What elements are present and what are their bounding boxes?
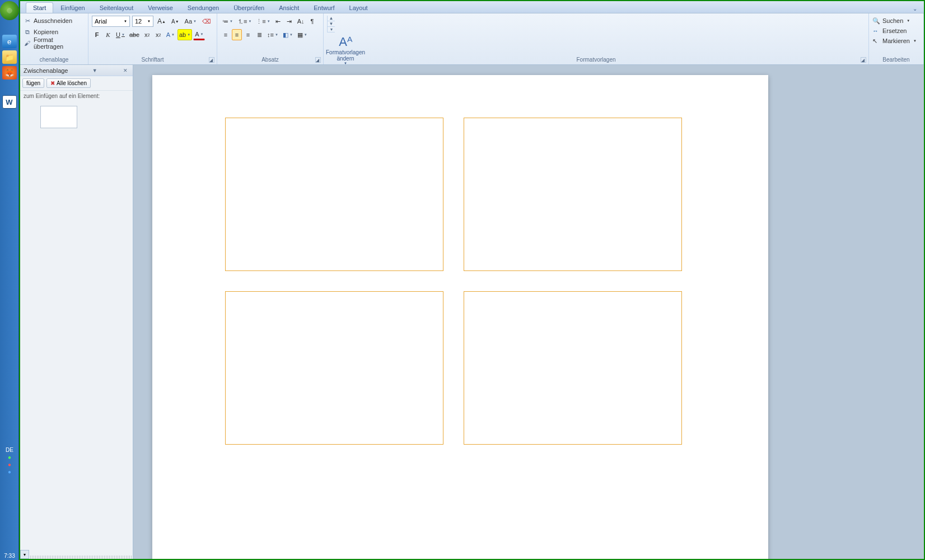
- ribbon-minimize-icon[interactable]: ⌄: [910, 4, 919, 13]
- windows-taskbar: e 📁 🦊 W DE ● ● ● 7:33: [0, 0, 19, 560]
- tab-überprüfen[interactable]: Überprüfen: [226, 2, 272, 13]
- brush-icon: 🖌: [24, 40, 31, 46]
- tab-start[interactable]: Start: [26, 2, 53, 13]
- group-title-font: Schriftart: [88, 57, 217, 64]
- cursor-icon: ↖: [872, 38, 880, 45]
- borders-button[interactable]: ▦▼: [296, 29, 309, 40]
- pane-close-icon[interactable]: ✕: [122, 68, 129, 73]
- clear-formatting-button[interactable]: ⌫: [200, 16, 213, 27]
- underline-button[interactable]: U▼: [114, 29, 127, 40]
- numbering-button[interactable]: ⒈≡▼: [236, 16, 253, 27]
- clear-all-button[interactable]: ✖Alle löschen: [46, 78, 91, 88]
- align-left-button[interactable]: ≡: [221, 29, 231, 40]
- gallery-more-icon[interactable]: ▾: [328, 27, 335, 32]
- bold-button[interactable]: F: [92, 29, 102, 40]
- clipboard-item[interactable]: [40, 106, 77, 128]
- show-marks-button[interactable]: ¶: [307, 16, 317, 27]
- cut-button[interactable]: ✂Ausschneiden: [24, 16, 85, 26]
- change-styles-icon: Aᴬ: [339, 35, 352, 49]
- copy-button[interactable]: ⧉Kopieren: [24, 27, 85, 37]
- superscript-button[interactable]: x2: [153, 29, 163, 40]
- replace-button[interactable]: ↔Ersetzen: [872, 26, 920, 36]
- tab-layout[interactable]: Layout: [342, 2, 375, 13]
- highlight-button[interactable]: ab▼: [177, 29, 192, 40]
- gallery-down-icon[interactable]: ▼: [328, 21, 335, 27]
- pane-resize-handle[interactable]: [20, 556, 133, 559]
- grid-gap: [443, 271, 464, 291]
- taskbar-firefox-icon[interactable]: 🦊: [2, 66, 17, 80]
- change-case-button[interactable]: Aa▼: [183, 16, 198, 27]
- justify-button[interactable]: ≣: [254, 29, 264, 40]
- taskbar-lang[interactable]: DE: [0, 447, 19, 453]
- group-title-paragraph: Absatz: [217, 57, 323, 64]
- paste-all-button[interactable]: fügen: [22, 78, 44, 88]
- font-name-select[interactable]: Arial▼: [92, 16, 130, 27]
- increase-indent-button[interactable]: ⇥: [284, 16, 295, 27]
- font-color-button[interactable]: A▼: [193, 29, 205, 40]
- multilevel-button[interactable]: ⋮≡▼: [254, 16, 272, 27]
- styles-dialog-launcher[interactable]: ◢: [861, 57, 866, 63]
- label-cell[interactable]: [225, 118, 443, 271]
- taskbar-clock[interactable]: 7:33: [0, 552, 19, 560]
- document-page: [152, 75, 768, 559]
- document-scroll-area[interactable]: [133, 65, 924, 559]
- grow-font-button[interactable]: A▲: [156, 16, 167, 27]
- font-dialog-launcher[interactable]: ◢: [209, 57, 214, 63]
- taskbar-word-icon[interactable]: W: [2, 95, 17, 109]
- grid-gap: [443, 291, 464, 445]
- group-styles: AaBbCcFettAaBbCcLHervorhe...AaBbCcI¶ Sta…: [324, 13, 869, 64]
- find-button[interactable]: 🔍Suchen▼: [872, 16, 920, 26]
- decrease-indent-button[interactable]: ⇤: [273, 16, 283, 27]
- taskbar-explorer-icon[interactable]: 📁: [2, 50, 17, 64]
- tray-icon-2[interactable]: ●: [0, 461, 19, 468]
- scissors-icon: ✂: [24, 17, 31, 25]
- label-cell[interactable]: [464, 118, 682, 271]
- tab-seitenlayout[interactable]: Seitenlayout: [92, 2, 141, 13]
- tab-entwurf[interactable]: Entwurf: [306, 2, 342, 13]
- taskbar-tray: DE ● ● ●: [0, 446, 19, 476]
- replace-icon: ↔: [872, 27, 880, 34]
- label-cell[interactable]: [225, 291, 443, 445]
- taskbar-ie-icon[interactable]: e: [2, 35, 17, 48]
- group-clipboard: ✂Ausschneiden ⧉Kopieren 🖌Format übertrag…: [20, 13, 88, 64]
- subscript-button[interactable]: x2: [142, 29, 152, 40]
- tab-verweise[interactable]: Verweise: [141, 2, 180, 13]
- clipboard-items-list: [20, 101, 133, 556]
- text-effects-button[interactable]: A▼: [165, 29, 176, 40]
- file-menu-dropdown[interactable]: ▾: [20, 550, 29, 559]
- start-button[interactable]: [0, 1, 19, 20]
- grid-gap: [464, 271, 682, 291]
- line-spacing-button[interactable]: ↕≡▼: [265, 29, 280, 40]
- strikethrough-button[interactable]: abc: [128, 29, 141, 40]
- paragraph-dialog-launcher[interactable]: ◢: [315, 57, 321, 63]
- align-right-button[interactable]: ≡: [243, 29, 253, 40]
- tab-ansicht[interactable]: Ansicht: [272, 2, 306, 13]
- align-center-button[interactable]: ≡: [232, 29, 242, 40]
- group-font: Arial▼ 12▼ A▲ A▼ Aa▼ ⌫ F K U▼ abc x2 x2 …: [88, 13, 217, 64]
- tab-einfügen[interactable]: Einfügen: [53, 2, 92, 13]
- copy-icon: ⧉: [24, 29, 31, 36]
- group-title-editing: Bearbeiten: [869, 57, 923, 64]
- ribbon-tabs: StartEinfügenSeitenlayoutVerweiseSendung…: [20, 1, 924, 13]
- label-cell[interactable]: [464, 291, 682, 445]
- gallery-scroll: ▲ ▼ ▾: [327, 16, 335, 32]
- gallery-up-icon[interactable]: ▲: [328, 16, 335, 21]
- group-title-clipboard: chenablage: [20, 57, 88, 64]
- tray-icon-1[interactable]: ●: [0, 454, 19, 460]
- sort-button[interactable]: A↓: [296, 16, 306, 27]
- bullets-button[interactable]: ≔▼: [221, 16, 235, 27]
- shrink-font-button[interactable]: A▼: [170, 16, 181, 27]
- tab-sendungen[interactable]: Sendungen: [180, 2, 226, 13]
- pane-dropdown-icon[interactable]: ▼: [91, 68, 99, 73]
- group-editing: 🔍Suchen▼ ↔Ersetzen ↖Markieren▼ Bearbeite…: [869, 13, 924, 64]
- font-size-select[interactable]: 12▼: [132, 16, 153, 27]
- italic-button[interactable]: K: [103, 29, 113, 40]
- label-grid: [225, 118, 682, 445]
- clipboard-pane: Zwischenablage ▼ ✕ fügen ✖Alle löschen z…: [20, 65, 133, 559]
- grid-gap: [225, 271, 443, 291]
- tray-icon-3[interactable]: ●: [0, 469, 19, 475]
- shading-button[interactable]: ◧▼: [281, 29, 295, 40]
- format-painter-button[interactable]: 🖌Format übertragen: [24, 38, 85, 48]
- app-body: Zwischenablage ▼ ✕ fügen ✖Alle löschen z…: [20, 65, 924, 559]
- select-button[interactable]: ↖Markieren▼: [872, 36, 920, 46]
